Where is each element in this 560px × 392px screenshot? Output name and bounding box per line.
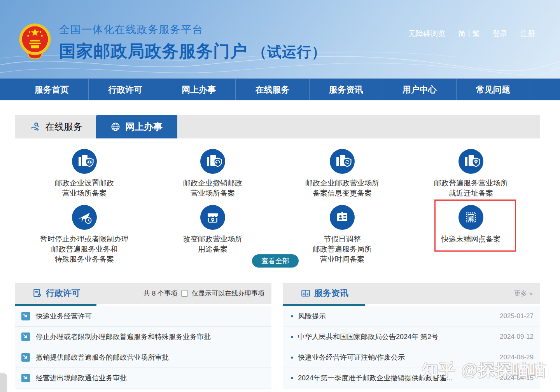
permit-row-suspend-approval[interactable]: 停止办理或者限制办理邮政普遍服务和特殊服务业务审批: [15, 327, 271, 347]
permits-panel-header: 行政许可 共 8 个事项 仅显示可以在线办理事项: [15, 283, 271, 304]
header-links: 无障碍浏览 简 繁 登录 注册: [408, 29, 535, 39]
permit-row-label: 停止办理或者限制办理邮政普遍服务和特殊服务业务审批: [36, 332, 211, 341]
tab-online-handling[interactable]: 网上办事: [96, 115, 177, 138]
site-header: 全国一体化在线政务服务平台 国家邮政局政务服务门户 （试运行） 无障碍浏览 简 …: [0, 0, 560, 79]
service-item-express-terminal-outlet[interactable]: 邮 快递末端网点备案: [413, 205, 529, 244]
site-titles: 全国一体化在线政务服务平台 国家邮政局政务服务门户 （试运行）: [59, 23, 326, 63]
view-all-button[interactable]: 查看全部: [252, 254, 299, 268]
register-link[interactable]: 注册: [520, 29, 535, 39]
news-panel-title-label: 服务资讯: [314, 287, 348, 299]
news-date: 2024-09-12: [500, 333, 534, 341]
news-title-text: 中华人民共和国国家邮政局公告2024年 第2号: [298, 332, 495, 341]
language-divider: [469, 30, 469, 37]
traditional-chinese-link[interactable]: 繁: [472, 29, 480, 39]
storefront-pin-icon: [200, 205, 225, 230]
news-title-text: 风险提示: [298, 312, 495, 321]
corner-scroll-tab: [0, 373, 7, 392]
service-label: 邮政普遍服务营业场所 就近迁址备案: [413, 178, 529, 198]
platform-title: 全国一体化在线政务服务平台: [59, 23, 326, 37]
permits-count: 共 8 个事项: [144, 289, 177, 298]
arrow-square-icon: [21, 312, 30, 320]
simplified-chinese-link[interactable]: 简: [458, 29, 466, 39]
arrow-square-icon: [21, 374, 30, 382]
national-emblem: [18, 21, 52, 62]
bullet-icon: [291, 377, 293, 379]
service-item-setup-premises[interactable]: 邮政企业设置邮政 营业场所备案: [26, 149, 143, 198]
arrow-square-icon: [21, 332, 30, 341]
newspaper-icon: [301, 289, 310, 298]
service-label: 改变邮政营业场所 用途备案: [154, 234, 271, 254]
language-switcher: 简 繁: [458, 29, 480, 39]
buildings-shield-gear-icon: [72, 149, 97, 174]
service-item-change-premises-use[interactable]: 改变邮政营业场所 用途备案: [154, 205, 271, 254]
permit-document-icon: [33, 289, 42, 298]
service-item-change-record-info[interactable]: 邮政企业邮政营业场所 备案信息变更备案: [284, 149, 401, 198]
site-title-text: 国家邮政局政务服务门户: [59, 42, 247, 60]
bullet-icon: [291, 336, 293, 338]
permits-panel: 行政许可 共 8 个事项 仅显示可以在线办理事项 快递业务经营许可: [15, 283, 271, 392]
news-more-link[interactable]: 更多 »: [514, 289, 533, 298]
nav-item-faq[interactable]: 常见问题: [456, 79, 530, 100]
nav-item-news[interactable]: 服务资讯: [309, 79, 383, 100]
service-hand-icon: [30, 122, 40, 131]
nav-item-user-center[interactable]: 用户中心: [383, 79, 456, 100]
permit-row-label: 快递业务经营许可: [36, 312, 92, 321]
nav-item-online-service[interactable]: 在线服务: [235, 79, 309, 100]
permit-row-revoke-approval[interactable]: 撤销提供邮政普遍服务的邮政营业场所审批: [15, 347, 271, 368]
site-title-suffix: （试运行）: [252, 44, 326, 60]
site-title: 国家邮政局政务服务门户 （试运行）: [59, 40, 326, 63]
buildings-shield-undo-icon: [200, 149, 225, 174]
news-panel-title: 服务资讯: [301, 287, 348, 299]
main-navbar: 服务首页 行政许可 网上办事 在线服务 服务资讯 用户中心 常见问题: [0, 79, 560, 100]
news-date: 2025-01-27: [500, 312, 534, 320]
service-label: 节假日调整 邮政普遍服务局所 营业时间备案: [284, 234, 401, 264]
id-card-icon: [330, 205, 355, 230]
news-panel-header: 服务资讯 更多 »: [283, 283, 540, 304]
tab-online-service[interactable]: 在线服务: [30, 115, 82, 138]
buildings-shield-pin-icon: [458, 149, 483, 174]
permit-row-label: 经营进出境邮政通信业务审批: [36, 373, 127, 383]
service-label: 邮政企业邮政营业场所 备案信息变更备案: [284, 178, 401, 198]
permits-panel-title: 行政许可: [33, 287, 80, 299]
permit-row-express-license[interactable]: 快递业务经营许可: [15, 306, 271, 327]
watermark: 知乎 @探探喵喵: [422, 359, 547, 381]
tab-online-handling-label: 网上办事: [125, 121, 163, 133]
bullet-icon: [291, 357, 293, 359]
tab-online-service-label: 在线服务: [45, 121, 82, 133]
buildings-shield-sync-icon: [330, 149, 355, 174]
postage-stamp-icon: 邮: [458, 205, 483, 230]
service-item-relocate-premises[interactable]: 邮政普遍服务营业场所 就近迁址备案: [413, 149, 529, 198]
online-only-label: 仅显示可以在线办理事项: [192, 289, 264, 298]
content-tabbar: 在线服务 网上办事: [15, 115, 540, 138]
nav-item-permits[interactable]: 行政许可: [88, 79, 162, 100]
service-item-holiday-hours[interactable]: 节假日调整 邮政普遍服务局所 营业时间备案: [284, 205, 401, 264]
permit-row-label: 撤销提供邮政普遍服务的邮政营业场所审批: [36, 353, 169, 362]
login-link[interactable]: 登录: [493, 29, 508, 39]
permits-header-right: 共 8 个事项 仅显示可以在线办理事项: [144, 289, 264, 298]
plane-clock-icon: [72, 205, 97, 230]
service-label: 邮政企业设置邮政 营业场所备案: [26, 178, 143, 198]
svg-text:邮: 邮: [469, 216, 473, 220]
bullet-icon: [291, 315, 293, 317]
news-row-risk-notice[interactable]: 风险提示 2025-01-27: [283, 306, 540, 327]
permits-list: 快递业务经营许可 停止办理或者限制办理邮政普遍服务和特殊服务业务审批 撤销提供邮…: [15, 306, 271, 388]
service-label: 邮政企业撤销邮政 营业场所备案: [154, 178, 271, 198]
nav-item-online-handling[interactable]: 网上办事: [162, 79, 235, 100]
permits-panel-title-label: 行政许可: [46, 287, 80, 299]
service-label: 暂时停止办理或者限制办理 邮政普遍服务业务和 特殊服务业务备案: [26, 234, 143, 264]
nav-item-home[interactable]: 服务首页: [15, 79, 88, 100]
globe-icon: [111, 122, 120, 131]
service-label: 快递末端网点备案: [413, 234, 529, 244]
arrow-square-icon: [21, 353, 30, 362]
service-item-suspend-services[interactable]: 暂时停止办理或者限制办理 邮政普遍服务业务和 特殊服务业务备案: [26, 205, 143, 264]
service-item-revoke-premises[interactable]: 邮政企业撤销邮政 营业场所备案: [154, 149, 271, 198]
accessibility-link[interactable]: 无障碍浏览: [408, 29, 445, 39]
news-row-announcement-no2[interactable]: 中华人民共和国国家邮政局公告2024年 第2号 2024-09-12: [283, 327, 540, 347]
permit-row-cross-border-approval[interactable]: 经营进出境邮政通信业务审批: [15, 368, 271, 388]
online-only-checkbox[interactable]: [181, 290, 188, 297]
page: 全国一体化在线政务服务平台 国家邮政局政务服务门户 （试运行） 无障碍浏览 简 …: [0, 0, 560, 392]
services-grid: 邮政企业设置邮政 营业场所备案 邮政企业撤销邮政 营业场所备案: [15, 138, 540, 272]
